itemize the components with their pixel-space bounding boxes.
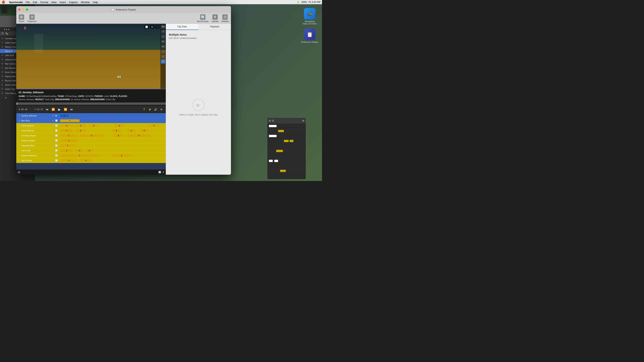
upload-button[interactable]: ⬆ Upload (212, 14, 218, 22)
playlist-export-button[interactable]: ⬆ (162, 171, 164, 174)
video-fullscreen-btn[interactable]: ⛶ (155, 25, 160, 29)
video-viewport[interactable]: 6 44 ⬜ ⊞ ⛶ Aa ↗ ╱ ✏ (16, 24, 166, 89)
breakdown2-value: Trash Clip (106, 98, 115, 100)
menu-help[interactable]: Help (93, 1, 98, 4)
menu-format[interactable]: Format (40, 1, 48, 4)
playlist-row[interactable]: 1 Jeremy Johnson ▼ ▶ ▶ (16, 113, 166, 118)
pl-options-icon[interactable]: ▼ (51, 159, 55, 162)
menu-window[interactable]: Window (81, 1, 90, 4)
settings-button[interactable]: ⚙ (159, 107, 164, 111)
video-compare-btn[interactable]: ⊞ (150, 25, 154, 29)
step-back-button[interactable]: ⏪ (51, 107, 56, 112)
pl-play-icon[interactable]: ⬜ (55, 149, 58, 152)
menu-edit[interactable]: Edit (33, 1, 37, 4)
apple-menu[interactable]: 🍎 (2, 0, 5, 4)
playlist-row[interactable]: 7 Deiondre Bird ▼ ⬜ 1 (16, 143, 166, 148)
pl-options-icon[interactable]: ▼ (51, 154, 55, 157)
period-value: (null), (104, 95, 109, 97)
circle-tool[interactable]: ○ (161, 49, 165, 54)
play-button[interactable]: ▶ (57, 107, 62, 112)
menu-view[interactable]: View (51, 1, 56, 4)
playlist-row[interactable]: 10 Nai Carlisle ▼ ⬜ 12 (16, 158, 166, 163)
freehand-tool[interactable]: 〜 (161, 44, 165, 49)
br-row-6 (268, 148, 306, 153)
pl-play-icon[interactable]: ⬜ (55, 129, 58, 132)
playlist-row[interactable]: 5 Christian Bayne ▼ ⬜ 1234 (16, 133, 166, 138)
playlist-add-button[interactable]: ⊞ (18, 171, 20, 174)
playlist-row[interactable]: 3 Chris Hansen ▼ ⬜ 12345 (16, 123, 166, 128)
rect-tool[interactable]: □ (161, 54, 165, 59)
result-label: RESULT: (35, 98, 44, 100)
pencil-tool[interactable]: ✏ (161, 39, 165, 44)
sync-icon: 🔄 (200, 14, 206, 20)
pl-play-icon[interactable]: ⬜ (55, 134, 58, 137)
pl-options-icon[interactable]: ▼ (51, 114, 55, 117)
bg-right-panel: ⊞ ⊟ ⊞ (268, 118, 306, 179)
pl-play-icon[interactable]: ⬜ (55, 139, 58, 142)
synchronize-button[interactable]: 🔄 Synchronize (197, 14, 209, 22)
br-row-1 (268, 124, 306, 128)
synchronize-label: Synchronize (197, 20, 209, 22)
video-icon-label: BasketballVideo.SCVideo (303, 20, 317, 25)
skip-to-start-button[interactable]: ⏮ (45, 107, 50, 112)
text-overlay-button[interactable]: T (142, 107, 146, 111)
pl-play-icon[interactable]: ▶ (55, 114, 58, 117)
organizer-button[interactable]: ⊟ Organizer (28, 14, 36, 22)
pl-options-icon[interactable]: ▼ (51, 144, 55, 147)
right-content: Multiple items 0:07:19.97 combined durat… (166, 30, 231, 175)
pl-options-icon[interactable]: ▼ (51, 139, 55, 142)
video-desktop-icon[interactable]: 📹 BasketballVideo.SCVideo (303, 8, 317, 25)
window-titlebar: 📋 Reference Playlist (16, 6, 231, 13)
pl-play-icon[interactable]: ⬜ (55, 154, 58, 157)
step-forward-button[interactable]: ⏩ (63, 107, 68, 112)
playlist-area: 1 Jeremy Johnson ▼ ▶ ▶ 2 Ben Rico ▼ ⬜ 1 … (16, 113, 166, 169)
team-label: TEAM: (58, 95, 64, 97)
sidebar-button[interactable]: ⊡ Sidebar (222, 14, 229, 22)
br-row-10 (268, 168, 306, 173)
date-label: DATE: (78, 95, 85, 97)
playlist-row[interactable]: 9 Juwan Anderson ▼ ⬜ 12 (16, 153, 166, 158)
timeline-scrubber[interactable] (16, 102, 166, 105)
menu-file[interactable]: File (26, 1, 30, 4)
line-tool[interactable]: ╱ (161, 34, 165, 39)
text-tool[interactable]: Aa (161, 24, 165, 29)
pl-play-icon[interactable]: ⬜ (55, 124, 58, 127)
team-value: UCSanDiego, (65, 95, 78, 97)
pl-play-icon[interactable]: ⬜ (55, 144, 58, 147)
pl-play-icon[interactable]: ⬜ (55, 159, 58, 162)
playlist-row[interactable]: 2 Ben Rico ▼ ⬜ 1 (16, 118, 166, 123)
tab-clip-data[interactable]: Clip Data (166, 24, 198, 30)
video-screen-btn[interactable]: ⬜ (144, 25, 149, 29)
battery-icon: 🔋 (297, 1, 300, 3)
menu-insert[interactable]: Insert (60, 1, 66, 4)
playlist-desktop-icon[interactable]: 📋 Reference Playlist (301, 29, 318, 43)
multi-items-title: Multiple items (169, 33, 187, 36)
pl-options-icon[interactable]: ▼ (51, 124, 55, 127)
playlist-row[interactable]: 6 Mickey Howell ▼ ⬜ 1 (16, 138, 166, 143)
arrow-tool[interactable]: ↗ (161, 29, 165, 34)
playlist-row[interactable]: 8 John Duff ▼ ⬜ 123 (16, 148, 166, 153)
close-button[interactable] (18, 8, 20, 11)
pl-play-icon[interactable]: ⬜ (55, 119, 58, 122)
playlist-sync-button[interactable]: 🔄 (158, 171, 161, 174)
br-row-5 (268, 143, 306, 148)
pl-options-icon[interactable]: ▼ (51, 119, 55, 122)
playlist-row[interactable]: 4 Tyrell Roberts ▼ ⬜ 12345 (16, 128, 166, 133)
select-tool[interactable]: ↖ (161, 59, 165, 64)
desktop-icons: 📹 BasketballVideo.SCVideo 📋 Reference Pl… (301, 8, 318, 43)
period-label: PERIOD: (95, 95, 104, 97)
pl-options-icon[interactable]: ▼ (51, 134, 55, 137)
minimize-button[interactable] (22, 8, 24, 11)
app-name[interactable]: Sportscode (9, 1, 23, 4)
volume-button[interactable]: 🔊 (154, 107, 158, 111)
zoom-button[interactable]: ⚡ (148, 107, 152, 111)
sorter-button[interactable]: ⊞ Sorter (18, 14, 24, 22)
skip-to-end-button[interactable]: ⏭ (70, 107, 74, 112)
pl-options-icon[interactable]: ▼ (51, 129, 55, 132)
menu-capture[interactable]: Capture (69, 1, 78, 4)
sidebar-label: Sidebar (222, 20, 229, 22)
game-value: UCSanDiego@CalStateEastBay, (26, 95, 57, 97)
maximize-button[interactable] (26, 8, 28, 11)
tab-playback[interactable]: Playback (198, 24, 231, 30)
pl-options-icon[interactable]: ▼ (51, 149, 55, 152)
